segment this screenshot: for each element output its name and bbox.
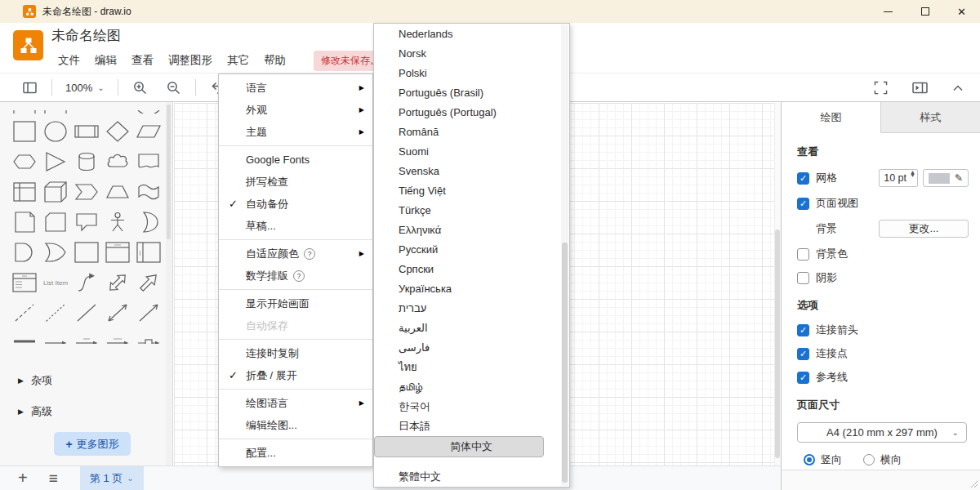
shape-container[interactable] [73,240,100,265]
shape-cylinder[interactable] [73,149,100,174]
toggle-format-panel-button[interactable] [907,82,933,94]
shape-note[interactable] [11,210,38,234]
shape-arrow-connector[interactable] [42,331,69,344]
document-title[interactable]: 未命名绘图 [51,26,121,45]
menu-item-math-typesetting[interactable]: 数学排版? [219,265,372,287]
language-item[interactable]: Română [374,122,569,141]
pages-menu-icon[interactable]: ≡ [49,470,57,488]
shape-trapezoid[interactable] [104,180,131,204]
shape-and[interactable] [11,240,38,265]
scrollbar-thumb[interactable] [775,229,780,458]
shape-document[interactable] [135,149,163,174]
collapse-toolbar-button[interactable] [947,84,969,91]
shape-card[interactable] [42,210,69,234]
zoom-out-button[interactable] [162,81,185,95]
tab-style[interactable]: 样式 [881,102,980,132]
shape-vertical-container[interactable] [135,240,163,265]
shape-list-item[interactable]: List Item [42,270,69,295]
shape-clipped[interactable] [135,103,163,114]
shape-square[interactable] [11,119,38,144]
menu-item-autosave[interactable]: 自动保存 [219,314,372,336]
shape-line[interactable] [73,301,100,325]
language-item[interactable]: Ελληνικά [374,220,569,239]
language-item[interactable]: Српски [374,260,569,279]
shape-callout[interactable] [73,210,100,234]
language-item[interactable]: தமிழ் [374,377,569,397]
menu-item-appearance[interactable]: 外观▶ [219,99,372,121]
language-item[interactable]: Português (Portugal) [374,102,569,122]
submenu-scrollbar[interactable] [561,24,568,486]
shape-circle[interactable] [42,119,69,144]
scrollbar-thumb[interactable] [167,105,171,239]
shape-step[interactable] [73,180,100,204]
shape-triangle[interactable] [42,149,69,174]
language-item[interactable]: 日本語 [374,416,569,436]
shape-directional-connector[interactable] [135,301,163,325]
shape-process[interactable] [73,119,100,144]
shape-link[interactable] [11,331,38,344]
language-item[interactable]: Nederlands [374,24,569,43]
page-tab[interactable]: 第 1 页 ⌄ [80,466,144,490]
language-item[interactable]: ไทย [374,358,569,377]
resize-grip-icon[interactable] [969,479,978,488]
menu-item-theme[interactable]: 主题▶ [219,121,372,143]
shape-dotted-line[interactable] [42,301,69,325]
scrollbar-thumb[interactable] [562,243,568,483]
language-item[interactable]: فارسی [374,338,569,358]
menu-extras[interactable]: 其它 [227,53,249,68]
language-item[interactable]: Türkçe [374,200,569,220]
orientation-option[interactable]: 横向 [863,452,902,467]
shape-clipped[interactable] [42,103,69,114]
menu-item-spellcheck[interactable]: 拼写检查 [219,171,372,193]
language-item[interactable]: עברית [374,299,569,318]
option-checkbox[interactable]: ✓ [797,372,809,384]
minimize-button[interactable] [870,0,906,23]
language-item[interactable]: Українська [374,279,569,299]
language-item[interactable]: Svenska [374,161,569,180]
language-item[interactable]: Русский [374,240,569,260]
language-item[interactable]: Norsk [374,43,569,63]
shape-arrow-box[interactable] [135,331,163,344]
language-item[interactable]: Polski [374,63,569,82]
menu-item-copy-on-connect[interactable]: 连接时复制 [219,342,372,364]
canvas-scrollbar[interactable] [774,103,781,466]
shape-diamond[interactable] [104,119,131,144]
shape-frame[interactable] [104,240,131,265]
fullscreen-button[interactable] [869,81,893,95]
menu-item-configuration[interactable]: 配置... [219,442,372,464]
menu-item-google-fonts[interactable]: Google Fonts [219,149,372,171]
language-item[interactable]: العربية [374,318,569,338]
shape-tape[interactable] [135,180,163,204]
shape-or-gate[interactable] [42,240,69,265]
shape-parallelogram[interactable] [135,119,163,144]
zoom-select[interactable]: 100% ⌄ [62,82,108,94]
shape-bidirectional-arrow[interactable] [104,270,131,295]
shape-dashed-line[interactable] [11,301,38,325]
palette-section-misc[interactable]: ▶ 杂项 [18,373,172,388]
stepper-icon[interactable]: ▲▼ [910,171,915,177]
maximize-button[interactable] [906,0,943,23]
shadow-checkbox[interactable] [797,272,809,284]
shape-curve[interactable] [73,270,100,295]
menu-item-adaptive-colors[interactable]: 自适应颜色?▶ [219,243,372,265]
toggle-shapes-panel-button[interactable] [18,82,42,94]
shape-arrow-label[interactable] [73,331,100,344]
menu-item-edit-diagram[interactable]: 编辑绘图... [219,414,372,436]
orientation-option[interactable]: 竖向 [804,452,842,467]
bg-color-checkbox[interactable] [797,248,809,261]
menu-item-drafts[interactable]: 草稿... [219,215,372,237]
radio-icon[interactable] [863,454,875,466]
menu-item-show-start-screen[interactable]: 显示开始画面 [219,292,372,314]
menu-arrange[interactable]: 调整图形 [168,53,212,68]
close-button[interactable]: ✕ [943,0,980,23]
palette-section-advanced[interactable]: ▶ 高级 [18,404,172,419]
grid-checkbox[interactable]: ✓ [797,172,809,185]
shape-list[interactable] [11,270,38,295]
grid-color-button[interactable]: ✎ [923,169,969,187]
menu-help[interactable]: 帮助 [264,53,286,68]
menu-item-collapse-expand[interactable]: ✓折叠 / 展开 [219,364,372,386]
menu-file[interactable]: 文件 [58,53,80,68]
menu-item-auto-backup[interactable]: ✓自动备份 [219,193,372,215]
language-item[interactable]: Português (Brasil) [374,82,569,102]
shape-arrow-label-2[interactable] [104,331,131,344]
